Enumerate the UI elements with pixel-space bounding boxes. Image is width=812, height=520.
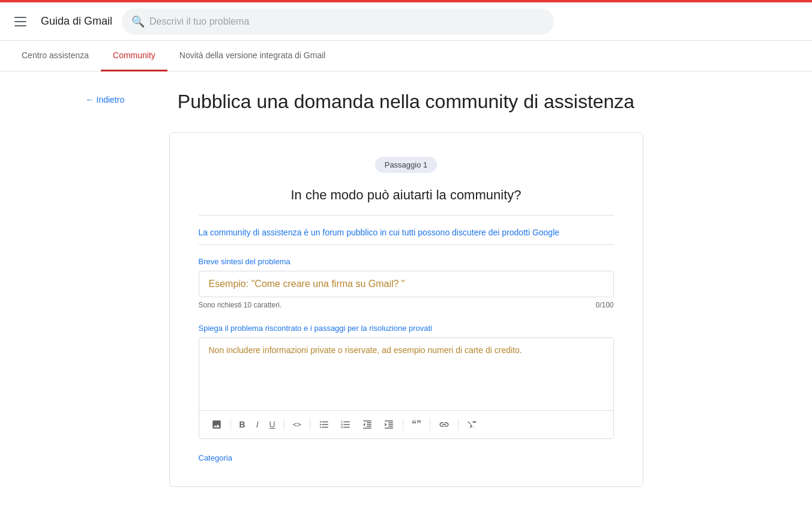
step-badge: Passaggio 1 bbox=[199, 157, 614, 173]
card: Passaggio 1 In che modo può aiutarti la … bbox=[169, 132, 643, 487]
menu-button[interactable] bbox=[10, 12, 31, 31]
summary-input[interactable] bbox=[199, 271, 614, 297]
toolbar-divider-4 bbox=[403, 419, 403, 431]
search-bar: 🔍 bbox=[122, 8, 554, 35]
detail-textarea-wrapper: Non includere informazioni private o ris… bbox=[199, 337, 614, 439]
info-divider bbox=[199, 244, 614, 245]
toolbar-divider-6 bbox=[458, 419, 459, 431]
summary-hint-left: Sono richiesti 10 caratteri. bbox=[199, 301, 282, 309]
toolbar-outdent-button[interactable] bbox=[357, 416, 377, 434]
section-title: In che modo può aiutarti la community? bbox=[199, 187, 614, 203]
back-arrow-icon: ← bbox=[86, 95, 94, 104]
toolbar-clear-format-button[interactable] bbox=[462, 416, 483, 434]
toolbar-image-button[interactable] bbox=[206, 416, 227, 434]
header: Guida di Gmail 🔍 bbox=[0, 2, 812, 41]
toolbar-code-button[interactable]: <> bbox=[288, 417, 306, 432]
toolbar-divider-3 bbox=[310, 419, 310, 431]
summary-label: Breve sintesi del problema bbox=[199, 257, 614, 266]
community-info-link[interactable]: La community di assistenza è un forum pu… bbox=[199, 228, 614, 237]
toolbar-underline-button[interactable]: U bbox=[265, 416, 280, 433]
main-content: ← Indietro Pubblica una domanda nella co… bbox=[76, 71, 736, 506]
toolbar-bullet-list-button[interactable] bbox=[314, 416, 334, 434]
nav-tabs: Centro assistenza Community Novità della… bbox=[0, 41, 812, 71]
toolbar-indent-button[interactable] bbox=[379, 416, 399, 434]
back-link-wrapper: ← Indietro bbox=[86, 95, 125, 109]
step-badge-label: Passaggio 1 bbox=[375, 157, 438, 173]
category-label: Categoria bbox=[199, 453, 614, 462]
back-link[interactable]: ← Indietro bbox=[86, 95, 125, 104]
title-section: ← Indietro Pubblica una domanda nella co… bbox=[86, 91, 727, 113]
tab-novita[interactable]: Novità della versione integrata di Gmail bbox=[167, 41, 338, 71]
detail-label: Spiega il problema riscontrato e i passa… bbox=[199, 324, 614, 333]
detail-placeholder-text[interactable]: Non includere informazioni private o ris… bbox=[199, 338, 613, 410]
search-input[interactable] bbox=[149, 16, 544, 27]
tab-centro-assistenza[interactable]: Centro assistenza bbox=[10, 41, 101, 71]
toolbar-numbered-list-button[interactable] bbox=[335, 416, 356, 434]
page-title: Pubblica una domanda nella community di … bbox=[86, 91, 727, 113]
toolbar-quote-button[interactable]: “” bbox=[407, 416, 426, 434]
back-label: Indietro bbox=[97, 95, 125, 104]
toolbar-link-button[interactable] bbox=[434, 416, 454, 434]
section-divider bbox=[199, 215, 614, 216]
toolbar-divider-5 bbox=[430, 419, 430, 431]
search-icon: 🔍 bbox=[131, 15, 145, 28]
textarea-toolbar: B I U <> “” bbox=[199, 410, 613, 438]
tab-community[interactable]: Community bbox=[101, 41, 167, 71]
summary-hint-right: 0/100 bbox=[595, 301, 613, 309]
summary-hint: Sono richiesti 10 caratteri. 0/100 bbox=[199, 301, 614, 309]
toolbar-divider-1 bbox=[230, 419, 231, 431]
toolbar-bold-button[interactable]: B bbox=[235, 416, 250, 433]
toolbar-italic-button[interactable]: I bbox=[251, 416, 263, 433]
toolbar-divider-2 bbox=[284, 419, 284, 431]
app-title: Guida di Gmail bbox=[41, 15, 112, 28]
